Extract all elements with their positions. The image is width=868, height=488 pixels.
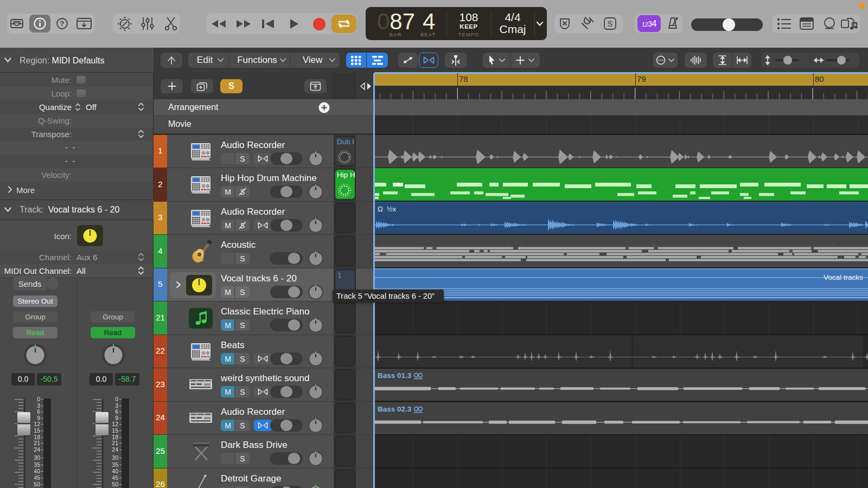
svg-text:?: ? [60,20,65,28]
svg-text:S: S [608,20,612,28]
